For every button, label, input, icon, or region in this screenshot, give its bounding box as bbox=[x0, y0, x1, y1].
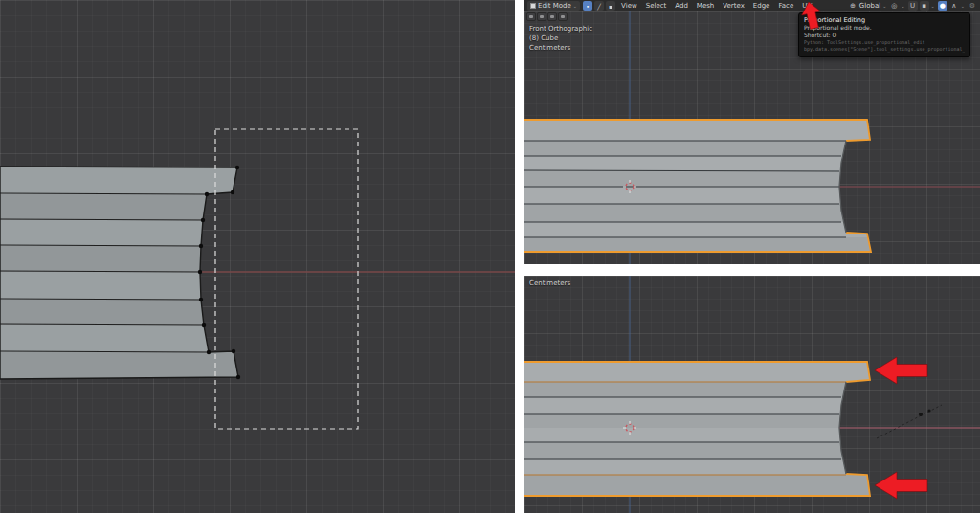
menu-view[interactable]: View bbox=[618, 2, 640, 10]
chevron-down-icon: ⌄ bbox=[882, 4, 886, 9]
tool-option-icon-2[interactable] bbox=[537, 12, 546, 21]
tool-option-icon-4[interactable] bbox=[558, 12, 568, 21]
menu-edge[interactable]: Edge bbox=[750, 2, 773, 10]
orientation-icon: ⊕ bbox=[848, 1, 858, 11]
viewport-bottom-right[interactable]: Centimeters bbox=[524, 276, 980, 513]
options-gear-icon[interactable]: ⚙ bbox=[968, 1, 977, 11]
transform-orientation-selector[interactable]: ⊕ Global ⌄ bbox=[848, 1, 887, 11]
object-name-label: (8) Cube bbox=[529, 33, 592, 43]
annotation-arrow-left-bottom bbox=[875, 472, 927, 499]
units-label: Centimeters bbox=[529, 279, 570, 288]
menu-face[interactable]: Face bbox=[775, 2, 796, 10]
edge-select-button[interactable]: ╱ bbox=[594, 1, 604, 11]
viewport-overlay-text: Front Orthographic (8) Cube Centimeters bbox=[529, 24, 592, 53]
viewport-top-right[interactable]: Edit Mode ⌄ • ╱ ▪ View Select Add Mesh V… bbox=[524, 0, 980, 264]
menu-select[interactable]: Select bbox=[643, 2, 670, 10]
menu-uv[interactable]: UV bbox=[799, 2, 814, 10]
blender-header: Edit Mode ⌄ • ╱ ▪ View Select Add Mesh V… bbox=[524, 0, 980, 11]
tool-options-row bbox=[526, 12, 568, 21]
view-name-label: Front Orthographic bbox=[529, 24, 592, 33]
mode-selector[interactable]: Edit Mode ⌄ bbox=[527, 1, 580, 11]
menu-add[interactable]: Add bbox=[672, 2, 691, 10]
viewport-bottom-right-canvas[interactable] bbox=[524, 276, 980, 513]
pivot-point-selector[interactable]: ◎ ⌄ bbox=[889, 1, 904, 11]
select-mode-group: • ╱ ▪ bbox=[583, 1, 615, 11]
proportional-editing-toggle[interactable]: ● bbox=[938, 1, 947, 11]
tooltip-shortcut: Shortcut: O bbox=[804, 32, 965, 39]
mode-label: Edit Mode bbox=[538, 2, 571, 10]
tooltip-description: Proportional edit mode. bbox=[804, 24, 965, 32]
chevron-down-icon: ⌄ bbox=[901, 4, 904, 9]
snap-target-icon[interactable]: ▪ bbox=[920, 1, 929, 11]
drag-gesture-line bbox=[877, 405, 942, 438]
face-select-button[interactable]: ▪ bbox=[606, 1, 615, 11]
tool-option-icon-3[interactable] bbox=[547, 12, 557, 21]
viewport-left-canvas[interactable] bbox=[0, 0, 515, 513]
menu-vertex[interactable]: Vertex bbox=[720, 2, 747, 10]
chevron-down-icon: ⌄ bbox=[573, 4, 577, 9]
pivot-point-icon: ◎ bbox=[889, 1, 899, 11]
units-label: Centimeters bbox=[529, 43, 592, 53]
chevron-down-icon: ⌄ bbox=[931, 4, 935, 9]
edit-mode-icon bbox=[530, 3, 536, 9]
tooltip-python-line1: Python: ToolSettings.use_proportional_ed… bbox=[804, 39, 965, 46]
orientation-label: Global bbox=[859, 2, 880, 10]
tooltip-title: Proportional Editing bbox=[804, 16, 965, 24]
menu-mesh[interactable]: Mesh bbox=[694, 2, 717, 10]
proportional-editing-group: ● ∧ ⌄ bbox=[938, 1, 965, 11]
viewport-left[interactable] bbox=[0, 0, 515, 513]
annotation-arrow-left-top bbox=[875, 357, 927, 384]
snap-group: U ▪ ⌄ bbox=[908, 1, 935, 11]
chevron-down-icon: ⌄ bbox=[961, 4, 965, 9]
proportional-editing-tooltip: Proportional Editing Proportional edit m… bbox=[798, 12, 970, 57]
tooltip-python-line2: bpy.data.scenes["Scene"].tool_settings.u… bbox=[804, 46, 965, 53]
tool-option-icon-1[interactable] bbox=[526, 12, 536, 21]
vertex-select-button[interactable]: • bbox=[583, 1, 592, 11]
proportional-falloff-icon[interactable]: ∧ bbox=[949, 1, 959, 11]
snap-magnet-icon[interactable]: U bbox=[908, 1, 918, 11]
